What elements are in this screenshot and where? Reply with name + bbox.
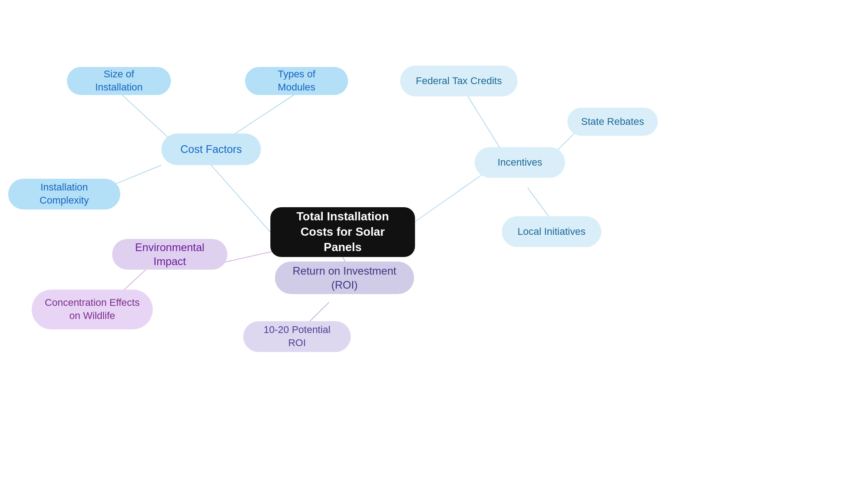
roi-node: Return on Investment (ROI)	[275, 262, 414, 294]
installation-complexity-node: Installation Complexity	[8, 179, 120, 209]
concentration-effects-node: Concentration Effects on Wildlife	[32, 290, 153, 329]
federal-tax-credits-node: Federal Tax Credits	[400, 66, 518, 96]
center-node: Total Installation Costs for Solar Panel…	[270, 207, 415, 257]
size-of-installation-node: Size of Installation	[67, 67, 171, 95]
local-initiatives-node: Local Initiatives	[502, 216, 601, 247]
environmental-impact-node: Environmental Impact	[112, 239, 227, 270]
types-of-modules-node: Types of Modules	[245, 67, 348, 95]
cost-factors-node: Cost Factors	[161, 133, 261, 165]
incentives-node: Incentives	[475, 147, 565, 178]
state-rebates-node: State Rebates	[567, 108, 658, 136]
svg-line-0	[211, 165, 270, 232]
potential-roi-node: 10-20 Potential ROI	[243, 321, 351, 352]
svg-line-4	[415, 173, 485, 222]
